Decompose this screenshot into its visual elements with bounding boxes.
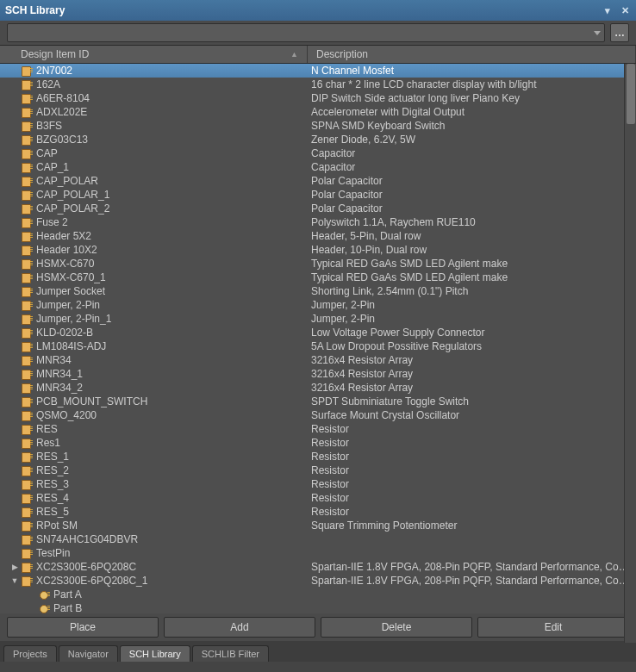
expand-icon — [10, 190, 19, 199]
column-header-desc[interactable]: Description — [308, 46, 636, 63]
table-row[interactable]: CAP_POLARPolar Capacitor — [0, 174, 636, 188]
row-id-label: Jumper, 2-Pin — [36, 299, 100, 311]
table-row[interactable]: KLD-0202-BLow Voltage Power Supply Conne… — [0, 326, 636, 339]
table-row[interactable]: Jumper, 2-PinJumper, 2-Pin — [0, 298, 636, 312]
component-icon — [21, 548, 33, 558]
expand-icon — [10, 287, 19, 296]
table-row[interactable]: MNR34_13216x4 Resistor Array — [0, 367, 636, 381]
table-row[interactable]: QSMO_4200Surface Mount Crystal Oscillato… — [0, 408, 636, 422]
table-row[interactable]: RES_1Resistor — [0, 450, 636, 464]
row-id-label: HSMX-C670 — [36, 258, 94, 270]
table-row[interactable]: Part A — [0, 588, 636, 601]
table-row[interactable]: HSMX-C670Typical RED GaAs SMD LED Agilen… — [0, 257, 636, 271]
pin-icon[interactable]: ▾ — [602, 4, 614, 16]
row-id-label: B3FS — [36, 120, 62, 132]
expand-icon[interactable]: ▼ — [10, 576, 19, 585]
component-icon — [21, 79, 33, 90]
row-id-label: MNR34_2 — [36, 382, 83, 394]
column-header-desc-label: Description — [316, 48, 368, 60]
cell-desc: Resistor — [308, 492, 636, 504]
cell-desc: 16 char * 2 line LCD character display w… — [308, 78, 636, 90]
table-row[interactable]: Jumper SocketShorting Link, 2.54mm (0.1"… — [0, 284, 636, 298]
cell-desc: Header, 10-Pin, Dual row — [308, 244, 636, 256]
cell-id: CAP_POLAR — [0, 175, 308, 187]
scrollbar-thumb[interactable] — [627, 64, 635, 124]
table-row[interactable]: RESResistor — [0, 422, 636, 436]
cell-id: SN74AHC1G04DBVR — [0, 533, 308, 545]
table-row[interactable]: PCB_MOUNT_SWITCHSPDT Subminiature Toggle… — [0, 395, 636, 408]
table-row[interactable]: MNR34_23216x4 Resistor Array — [0, 381, 636, 395]
table-row[interactable]: BZG03C13Zener Diode, 6.2V, 5W — [0, 133, 636, 146]
component-icon — [21, 314, 33, 324]
table-row[interactable]: CAP_1Capacitor — [0, 160, 636, 174]
component-icon — [21, 383, 33, 393]
row-id-label: TestPin — [36, 547, 70, 559]
cell-desc: Typical RED GaAs SMD LED Agilent make — [308, 258, 636, 270]
cell-desc: Resistor — [308, 437, 636, 449]
table-row[interactable]: SN74AHC1G04DBVR — [0, 532, 636, 546]
table-row[interactable]: A6ER-8104DIP Switch Side actuator long l… — [0, 91, 636, 105]
cell-id: Jumper, 2-Pin — [0, 299, 308, 311]
table-row[interactable]: RES_4Resistor — [0, 491, 636, 505]
table-row[interactable]: ▼XC2S300E-6PQ208C_1Spartan-IIE 1.8V FPGA… — [0, 574, 636, 588]
table-row[interactable]: ADXL202EAccelerometer with Digital Outpu… — [0, 105, 636, 119]
table-row[interactable]: Part B — [0, 601, 636, 613]
table-row[interactable]: ▶XC2S300E-6PQ208CSpartan-IIE 1.8V FPGA, … — [0, 560, 636, 574]
table-row[interactable]: Res1Resistor — [0, 436, 636, 450]
table-row[interactable]: 162A16 char * 2 line LCD character displ… — [0, 78, 636, 91]
add-button[interactable]: Add — [164, 617, 315, 638]
table-row[interactable]: LM1084IS-ADJ5A Low Dropout Possitive Reg… — [0, 339, 636, 353]
cell-id: Fuse 2 — [0, 216, 308, 228]
table-row[interactable]: MNR343216x4 Resistor Array — [0, 353, 636, 367]
table-row[interactable]: Fuse 2Polyswitch 1.1A, Raychem RUE110 — [0, 215, 636, 229]
cell-desc: Zener Diode, 6.2V, 5W — [308, 134, 636, 146]
expand-icon — [10, 232, 19, 240]
table-row[interactable]: 2N7002N Channel Mosfet — [0, 64, 636, 78]
expand-icon — [10, 549, 19, 557]
table-row[interactable]: B3FSSPNA SMD Keyboard Switch — [0, 119, 636, 133]
table-row[interactable]: RES_3Resistor — [0, 477, 636, 491]
expand-icon — [28, 604, 36, 613]
table-row[interactable]: RES_5Resistor — [0, 505, 636, 519]
table-row[interactable]: CAP_POLAR_2Polar Capacitor — [0, 202, 636, 215]
cell-id: RES — [0, 423, 308, 435]
table-row[interactable]: RPot SMSquare Trimming Potentiometer — [0, 519, 636, 532]
component-grid[interactable]: 2N7002N Channel Mosfet162A16 char * 2 li… — [0, 64, 636, 613]
row-id-label: RES_5 — [36, 506, 69, 518]
sort-indicator-icon: ▲ — [290, 50, 298, 59]
chevron-down-icon[interactable] — [594, 31, 601, 35]
expand-icon — [10, 301, 19, 309]
tab-sch-library[interactable]: SCH Library — [120, 645, 190, 662]
tab-schlib-filter[interactable]: SCHLIB Filter — [192, 645, 269, 662]
table-row[interactable]: CAP_POLAR_1Polar Capacitor — [0, 188, 636, 202]
tab-projects[interactable]: Projects — [3, 645, 57, 662]
tab-navigator[interactable]: Navigator — [59, 645, 118, 662]
column-header-id-label: Design Item ID — [21, 48, 89, 60]
table-row[interactable]: CAPCapacitor — [0, 146, 636, 160]
cell-id: HSMX-C670 — [0, 258, 308, 270]
table-row[interactable]: RES_2Resistor — [0, 464, 636, 477]
row-id-label: LM1084IS-ADJ — [36, 340, 106, 352]
delete-button[interactable]: Delete — [321, 617, 472, 638]
column-header-id[interactable]: Design Item ID ▲ — [0, 46, 308, 63]
table-row[interactable]: Header 5X2Header, 5-Pin, Dual row — [0, 229, 636, 243]
component-icon — [21, 245, 33, 255]
table-row[interactable]: TestPin — [0, 546, 636, 560]
edit-button[interactable]: Edit — [477, 617, 629, 638]
component-icon — [21, 327, 33, 338]
cell-desc: Shorting Link, 2.54mm (0.1") Pitch — [308, 285, 636, 297]
expand-icon — [10, 149, 19, 158]
cell-id: RES_1 — [0, 451, 308, 463]
search-input[interactable] — [7, 23, 605, 42]
component-icon — [21, 272, 33, 283]
table-row[interactable]: HSMX-C670_1Typical RED GaAs SMD LED Agil… — [0, 271, 636, 284]
table-row[interactable]: Header 10X2Header, 10-Pin, Dual row — [0, 243, 636, 257]
close-icon[interactable]: ✕ — [619, 4, 631, 16]
cell-id: MNR34_2 — [0, 382, 308, 394]
options-menu-button[interactable]: … — [610, 23, 629, 42]
expand-icon[interactable]: ▶ — [10, 563, 19, 571]
scrollbar[interactable] — [624, 64, 636, 643]
table-row[interactable]: Jumper, 2-Pin_1Jumper, 2-Pin — [0, 312, 636, 326]
place-button[interactable]: Place — [7, 617, 159, 638]
component-icon — [21, 258, 33, 269]
